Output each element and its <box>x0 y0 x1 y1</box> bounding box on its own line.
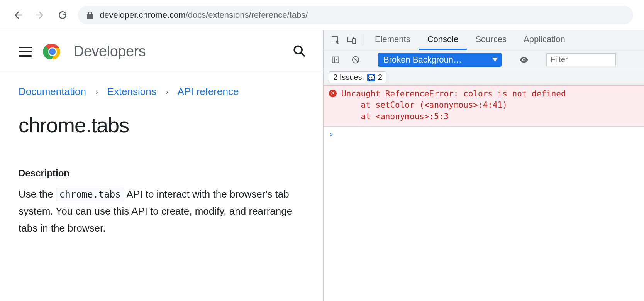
breadcrumb: Documentation › Extensions › API referen… <box>19 86 304 98</box>
context-selector[interactable]: Broken Backgroun… <box>378 53 502 67</box>
tab-sources[interactable]: Sources <box>467 30 515 50</box>
svg-rect-7 <box>353 39 356 44</box>
url-text: developer.chrome.com/docs/extensions/ref… <box>100 10 308 20</box>
live-expression-icon[interactable] <box>516 55 532 65</box>
description-text: Use the chrome.tabs API to interact with… <box>19 186 304 237</box>
desc-before: Use the <box>19 188 56 200</box>
console-sidebar-toggle-icon[interactable] <box>327 56 344 64</box>
desc-code: chrome.tabs <box>56 188 124 201</box>
tab-elements[interactable]: Elements <box>366 30 419 50</box>
console-error-row[interactable]: ✕ Uncaught ReferenceError: colors is not… <box>324 86 644 127</box>
chevron-right-icon: › <box>95 87 98 96</box>
issues-count: 2 <box>378 73 382 82</box>
error-stack: Uncaught ReferenceError: colors is not d… <box>341 88 566 122</box>
console-toolbar: Broken Backgroun… <box>324 50 644 69</box>
browser-toolbar: developer.chrome.com/docs/extensions/ref… <box>0 0 644 30</box>
lock-icon <box>86 11 93 19</box>
issues-bar: 2 Issues: 💬 2 <box>324 69 644 86</box>
reload-button[interactable] <box>56 8 69 22</box>
svg-point-1 <box>49 49 56 55</box>
issues-chip[interactable]: 2 Issues: 💬 2 <box>329 71 386 83</box>
svg-line-10 <box>354 57 358 62</box>
tab-console[interactable]: Console <box>419 30 467 50</box>
forward-button[interactable] <box>33 8 47 22</box>
page-content: Developers Documentation › Extensions › … <box>0 30 324 301</box>
filter-input[interactable] <box>546 53 616 66</box>
address-bar[interactable]: developer.chrome.com/docs/extensions/ref… <box>78 6 633 24</box>
tab-application[interactable]: Application <box>515 30 574 50</box>
console-prompt[interactable]: › <box>324 127 644 142</box>
breadcrumb-link[interactable]: Documentation <box>19 86 86 98</box>
device-toolbar-icon[interactable] <box>344 30 360 50</box>
clear-console-icon[interactable] <box>347 56 364 64</box>
svg-rect-8 <box>332 57 339 63</box>
search-button[interactable] <box>293 44 307 59</box>
issues-label: 2 Issues: <box>333 73 364 82</box>
chrome-logo-icon <box>41 40 64 63</box>
url-host: developer.chrome.com <box>100 10 186 20</box>
breadcrumb-link[interactable]: API reference <box>177 86 239 98</box>
page-title: chrome.tabs <box>19 113 304 137</box>
breadcrumb-link[interactable]: Extensions <box>107 86 156 98</box>
context-label: Broken Backgroun… <box>383 55 462 65</box>
devtools-panel: Elements Console Sources Application Bro… <box>324 30 644 301</box>
site-header: Developers <box>0 30 323 73</box>
issues-message-icon: 💬 <box>367 74 375 81</box>
devtools-tabs: Elements Console Sources Application <box>324 30 644 50</box>
inspect-element-icon[interactable] <box>327 30 344 50</box>
svg-point-11 <box>523 59 525 60</box>
menu-button[interactable] <box>19 47 32 57</box>
svg-point-3 <box>294 46 302 54</box>
description-label: Description <box>19 168 304 179</box>
back-button[interactable] <box>11 8 25 22</box>
chevron-right-icon: › <box>166 87 168 96</box>
dropdown-triangle-icon <box>492 58 498 61</box>
site-title: Developers <box>73 43 146 60</box>
error-icon: ✕ <box>329 90 337 97</box>
url-path: /docs/extensions/reference/tabs/ <box>186 10 308 20</box>
svg-line-4 <box>301 52 305 56</box>
console-output: ✕ Uncaught ReferenceError: colors is not… <box>324 86 644 301</box>
